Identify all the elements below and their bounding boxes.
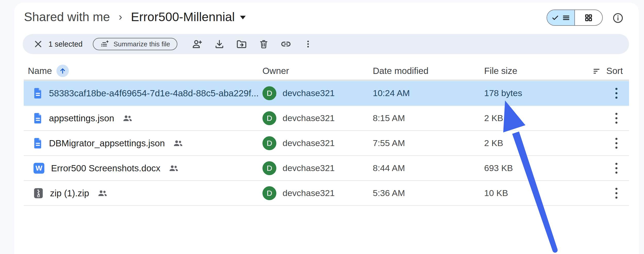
name-header-label: Name — [28, 66, 52, 76]
zip-file-icon — [34, 188, 43, 199]
table-row-selected[interactable]: 58383caf18be-a4f69654-7d1e-4a8d-88c5-aba… — [24, 81, 629, 106]
date-modified-cell: 8:44 AM — [373, 156, 405, 180]
row-more-actions-button[interactable] — [610, 181, 622, 205]
owner-cell: D devchase321 — [262, 181, 335, 205]
file-size-value: 2 KB — [484, 113, 503, 123]
grid-view-icon — [584, 13, 593, 22]
owner-avatar: D — [262, 186, 276, 200]
arrow-up-icon — [59, 67, 67, 75]
date-modified-value: 8:15 AM — [373, 113, 405, 123]
file-size-cell: 2 KB — [484, 131, 503, 155]
share-button[interactable] — [191, 38, 203, 50]
owner-cell: D devchase321 — [262, 81, 335, 105]
shared-people-icon — [169, 165, 178, 172]
breadcrumb-shared-with-me[interactable]: Shared with me — [24, 10, 110, 24]
table-row[interactable]: appsettings.json D devchase321 8:15 AM 2… — [24, 106, 629, 131]
column-header-file-size[interactable]: File size — [484, 62, 517, 80]
owner-avatar: D — [262, 136, 276, 150]
folder-dropdown-caret-icon — [240, 16, 246, 19]
toolbar-actions — [181, 38, 314, 50]
row-more-actions-button[interactable] — [610, 131, 622, 155]
date-modified-value: 5:36 AM — [373, 188, 405, 198]
file-name-cell: 58383caf18be-a4f69654-7d1e-4a8d-88c5-aba… — [34, 81, 277, 105]
file-name-cell: appsettings.json — [34, 106, 132, 130]
more-vertical-icon — [615, 138, 617, 149]
more-vertical-icon — [615, 163, 617, 174]
date-modified-value: 7:55 AM — [373, 138, 405, 148]
file-size-cell: 2 KB — [484, 106, 503, 130]
grid-view-button[interactable] — [575, 10, 602, 25]
document-file-icon — [34, 113, 42, 124]
sort-label: Sort — [606, 66, 623, 76]
row-more-actions-button[interactable] — [610, 156, 622, 180]
file-name-cell: DBMigrator_appsettings.json — [34, 131, 183, 155]
breadcrumb-current-folder[interactable]: Error500-Millennial — [131, 10, 246, 24]
word-file-icon: W — [34, 163, 44, 174]
file-size-value: 10 KB — [484, 188, 508, 198]
sort-lines-icon — [592, 66, 602, 75]
file-size-cell: 10 KB — [484, 181, 508, 205]
trash-icon — [259, 39, 269, 49]
table-row[interactable]: W Error500 Screenshots.docx D devchase32… — [24, 156, 629, 181]
table-row[interactable]: zip (1).zip D devchase321 5:36 AM 10 KB — [24, 181, 629, 206]
check-icon — [551, 14, 559, 22]
current-folder-label: Error500-Millennial — [131, 10, 235, 24]
date-modified-cell: 10:24 AM — [373, 81, 410, 105]
info-icon — [612, 12, 624, 24]
document-file-icon — [34, 88, 42, 99]
file-list: 58383caf18be-a4f69654-7d1e-4a8d-88c5-aba… — [24, 81, 629, 206]
clear-selection-button[interactable] — [32, 38, 44, 50]
column-header-name[interactable]: Name — [28, 62, 69, 80]
date-modified-value: 8:44 AM — [373, 163, 405, 173]
file-name: DBMigrator_appsettings.json — [49, 138, 165, 148]
file-size-value: 178 bytes — [484, 88, 522, 98]
selected-count-label: 1 selected — [48, 40, 82, 48]
document-file-icon — [34, 138, 42, 149]
summarize-file-button[interactable]: Summarize this file — [93, 38, 177, 50]
table-row[interactable]: DBMigrator_appsettings.json D devchase32… — [24, 131, 629, 156]
breadcrumb: Shared with me › Error500-Millennial — [24, 8, 246, 25]
date-modified-cell: 5:36 AM — [373, 181, 405, 205]
breadcrumb-chevron-icon: › — [118, 11, 123, 23]
owner-avatar: D — [262, 111, 276, 125]
owner-avatar: D — [262, 86, 276, 100]
move-to-button[interactable] — [236, 38, 247, 50]
owner-name: devchase321 — [283, 88, 335, 98]
column-header-date-modified[interactable]: Date modified — [373, 62, 428, 80]
file-size-value: 693 KB — [484, 163, 513, 173]
shared-people-icon — [123, 115, 132, 122]
file-name-cell: zip (1).zip — [34, 181, 107, 205]
sort-direction-button[interactable] — [56, 65, 69, 77]
file-size-cell: 693 KB — [484, 156, 513, 180]
selection-toolbar: 1 selected Summarize this file — [23, 34, 629, 54]
owner-cell: D devchase321 — [262, 131, 335, 155]
row-more-actions-button[interactable] — [610, 81, 622, 105]
sort-menu-button[interactable]: Sort — [592, 62, 623, 80]
copy-link-button[interactable] — [280, 38, 292, 50]
delete-button[interactable] — [258, 38, 270, 50]
doc-file-icon — [34, 88, 42, 99]
owner-avatar: D — [262, 161, 276, 175]
row-more-actions-button[interactable] — [610, 106, 622, 130]
more-vertical-icon — [615, 188, 617, 199]
file-name: 58383caf18be-a4f69654-7d1e-4a8d-88c5-aba… — [49, 88, 259, 98]
date-modified-value: 10:24 AM — [373, 88, 410, 98]
drive-page: { "breadcrumb": { "parent": "Shared with… — [0, 0, 644, 254]
owner-name: devchase321 — [283, 163, 335, 173]
more-vertical-icon — [303, 39, 313, 49]
file-size-value: 2 KB — [484, 138, 503, 148]
view-details-button[interactable] — [612, 12, 624, 24]
download-button[interactable] — [213, 38, 225, 50]
owner-cell: D devchase321 — [262, 106, 335, 130]
file-name: Error500 Screenshots.docx — [51, 163, 160, 173]
more-actions-button[interactable] — [302, 38, 314, 50]
file-table-header: Name Owner Date modified File size Sort — [24, 62, 629, 80]
close-icon — [34, 39, 43, 49]
column-header-owner[interactable]: Owner — [262, 62, 289, 80]
zip-file-icon — [34, 188, 43, 199]
file-size-cell: 178 bytes — [484, 81, 522, 105]
word-file-icon: W — [34, 163, 44, 174]
list-view-button[interactable] — [547, 10, 575, 25]
download-icon — [214, 39, 225, 49]
drive-content-card: Shared with me › Error500-Millennial 1 s… — [14, 3, 639, 254]
